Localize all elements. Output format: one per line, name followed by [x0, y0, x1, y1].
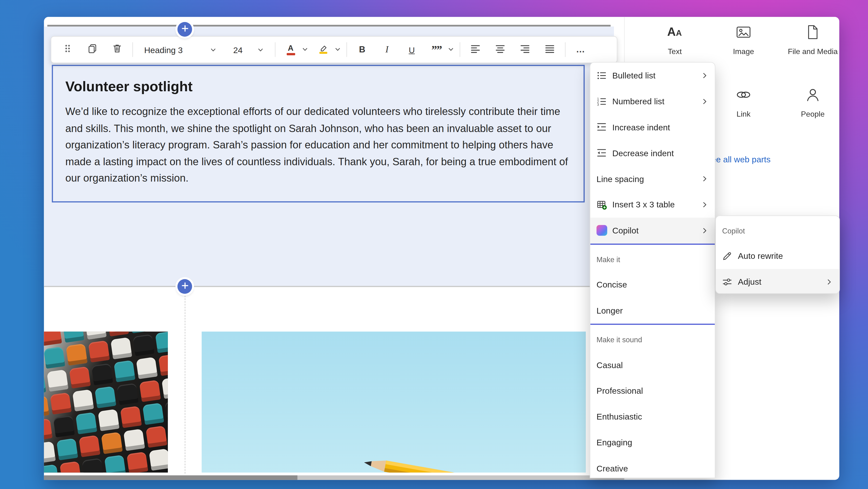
underline-icon: U — [409, 45, 415, 54]
webpart-image[interactable]: Image — [718, 24, 770, 56]
menu-item-insert-table[interactable]: Insert 3 x 3 table — [590, 192, 715, 218]
editor-heading[interactable]: Volunteer spotlight — [65, 79, 571, 95]
webpart-label: Text — [668, 48, 682, 56]
menu-item-concise[interactable]: Concise — [590, 272, 715, 298]
editor-paragraph[interactable]: We’d like to recognize the exceptional e… — [65, 103, 571, 186]
section-boundary-line — [48, 25, 611, 26]
webpart-file-and-media[interactable]: File and Media — [787, 24, 839, 56]
italic-icon: I — [385, 44, 389, 55]
menu-item-engaging[interactable]: Engaging — [590, 430, 715, 455]
webpart-label: File and Media — [788, 48, 838, 56]
menu-item-label: Engaging — [596, 437, 708, 447]
menu-item-label: Concise — [596, 280, 708, 289]
copy-icon — [87, 43, 98, 56]
chevron-right-icon — [701, 98, 708, 105]
section-divider-line — [44, 286, 614, 287]
menu-item-enthusiastic[interactable]: Enthusiastic — [590, 404, 715, 430]
menu-item-longer[interactable]: Longer — [590, 298, 715, 323]
menu-item-adjust[interactable]: Adjust — [716, 269, 839, 294]
menu-item-label: Auto rewrite — [738, 251, 833, 261]
chairs-pattern — [44, 332, 168, 473]
more-options-button[interactable]: … — [571, 40, 590, 59]
copilot-submenu: Copilot Auto rewrite Adjust — [715, 215, 840, 294]
bold-icon: B — [359, 45, 365, 55]
highlight-color-button[interactable] — [314, 40, 333, 59]
file-webpart-icon — [804, 24, 821, 43]
menu-item-line-spacing[interactable]: Line spacing — [590, 166, 715, 192]
underline-button[interactable]: U — [402, 40, 422, 59]
people-webpart-icon — [804, 86, 821, 106]
drag-handle-icon — [63, 44, 73, 56]
numbered-list-icon: 123 — [596, 96, 607, 107]
font-size-value: 24 — [233, 45, 243, 54]
insert-table-icon — [596, 199, 607, 210]
font-color-icon: A — [286, 44, 295, 55]
menu-item-creative[interactable]: Creative — [590, 455, 715, 478]
horizontal-scrollbar-thumb[interactable] — [44, 475, 298, 480]
chevron-right-icon — [826, 278, 833, 285]
menu-item-label: Decrease indent — [612, 148, 708, 157]
text-webpart[interactable]: Volunteer spotlight We’d like to recogni… — [52, 65, 585, 202]
menu-item-label: Insert 3 x 3 table — [612, 200, 701, 209]
plus-icon — [181, 24, 188, 34]
quote-button[interactable]: ”” — [427, 40, 446, 59]
pencil-sky-image[interactable] — [202, 332, 586, 473]
duplicate-button[interactable] — [83, 40, 102, 59]
font-size-dropdown[interactable]: 24 — [227, 40, 269, 59]
webpart-text[interactable]: AA Text — [649, 24, 701, 56]
menu-item-label: Line spacing — [596, 174, 701, 183]
copilot-icon — [596, 225, 607, 236]
drag-handle[interactable] — [58, 40, 77, 59]
align-center-button[interactable] — [491, 40, 510, 59]
webpart-label: People — [801, 110, 825, 118]
text-formatting-toolbar: Heading 3 24 A B I — [51, 36, 617, 63]
menu-item-label: Increase indent — [612, 122, 708, 132]
menu-item-label: Creative — [596, 463, 708, 473]
chevron-down-icon[interactable] — [335, 45, 341, 55]
horizontal-scrollbar[interactable] — [44, 475, 624, 480]
menu-item-professional[interactable]: Professional — [590, 378, 715, 404]
menu-item-numbered-list[interactable]: 123 Numbered list — [590, 88, 715, 114]
chevron-down-icon[interactable] — [302, 45, 308, 55]
menu-item-bulleted-list[interactable]: Bulleted list — [590, 63, 715, 88]
toolbar-divider — [460, 42, 460, 57]
font-color-button[interactable]: A — [281, 40, 300, 59]
bold-button[interactable]: B — [352, 40, 372, 59]
chevron-down-icon[interactable] — [448, 45, 454, 55]
add-section-button-top[interactable] — [177, 22, 192, 37]
column-divider — [184, 290, 185, 474]
menu-item-label: Bulleted list — [612, 70, 701, 80]
link-webpart-icon — [735, 86, 752, 106]
pencil-graphic — [363, 455, 482, 472]
italic-button[interactable]: I — [377, 40, 397, 59]
image-webpart-icon — [735, 24, 752, 43]
menu-item-copilot[interactable]: Copilot — [590, 218, 715, 243]
menu-item-casual[interactable]: Casual — [590, 352, 715, 378]
menu-item-decrease-indent[interactable]: Decrease indent — [590, 140, 715, 166]
webpart-people[interactable]: People — [787, 86, 839, 118]
text-style-dropdown[interactable]: Heading 3 — [138, 40, 222, 59]
align-right-button[interactable] — [516, 40, 535, 59]
menu-item-increase-indent[interactable]: Increase indent — [590, 114, 715, 140]
webpart-link[interactable]: Link — [718, 86, 770, 118]
align-justify-icon — [544, 43, 555, 56]
chevron-down-icon — [210, 45, 216, 54]
see-all-web-parts-link[interactable]: See all web parts — [706, 154, 771, 164]
chevron-down-icon — [257, 45, 264, 54]
menu-item-auto-rewrite[interactable]: Auto rewrite — [716, 243, 839, 269]
webpart-label: Image — [733, 48, 754, 56]
svg-text:A: A — [676, 28, 682, 37]
menu-section-header-make-it: Make it — [590, 245, 715, 272]
delete-button[interactable] — [107, 40, 127, 59]
auditorium-chairs-image[interactable] — [44, 332, 168, 473]
menu-item-label: Casual — [596, 360, 708, 370]
align-left-button[interactable] — [466, 40, 485, 59]
align-justify-button[interactable] — [540, 40, 559, 59]
increase-indent-icon — [596, 122, 607, 133]
toolbar-divider — [132, 42, 133, 57]
chevron-right-icon — [701, 201, 708, 208]
auto-rewrite-pencil-icon — [721, 250, 733, 262]
menu-item-label: Copilot — [612, 226, 701, 235]
trash-icon — [112, 43, 123, 56]
add-section-button-bottom[interactable] — [177, 279, 192, 294]
